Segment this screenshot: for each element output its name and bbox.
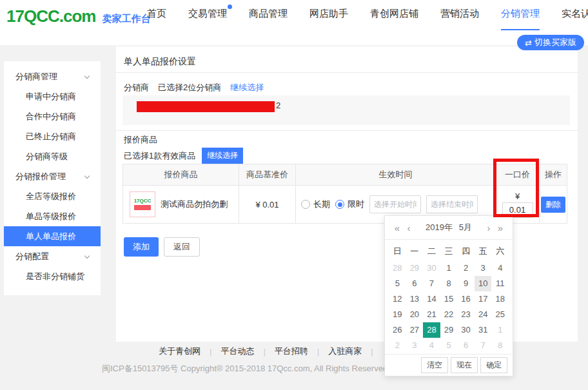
continue-select-goods-button[interactable]: 继续选择 xyxy=(202,148,243,164)
calendar-day[interactable]: 20 xyxy=(406,307,424,322)
switch-buyer-version-button[interactable]: ⇄ 切换买家版 xyxy=(517,35,584,50)
calendar-day[interactable]: 29 xyxy=(406,260,424,276)
footer-link[interactable]: 关于青创网 xyxy=(159,346,201,357)
calendar-day[interactable]: 30 xyxy=(423,260,440,276)
calendar-day[interactable]: 2 xyxy=(389,338,406,353)
add-button[interactable]: 添加 xyxy=(124,237,159,257)
nav-item-distribution-management[interactable]: 分销管理 xyxy=(501,6,540,23)
calendar-day[interactable]: 27 xyxy=(406,322,424,338)
date-picker-header: « ‹ 2019年 5月 › » xyxy=(385,216,513,240)
prev-month-icon[interactable]: ‹ xyxy=(403,222,415,233)
nav-item-real-name-auth[interactable]: 实名认证 xyxy=(562,6,588,23)
calendar-day[interactable]: 4 xyxy=(423,338,440,353)
calendar-year[interactable]: 2019年 xyxy=(426,222,453,232)
calendar-day[interactable]: 2 xyxy=(457,260,475,276)
confirm-button[interactable]: 确定 xyxy=(480,357,507,373)
sidebar-item-distribution-config[interactable]: 分销配置 xyxy=(4,246,101,266)
calendar-week-row: 2345678 xyxy=(389,338,509,353)
calendar-day[interactable]: 30 xyxy=(457,322,475,338)
calendar-day[interactable]: 8 xyxy=(491,338,509,353)
calendar-day[interactable]: 22 xyxy=(440,307,458,322)
calendar-day[interactable]: 1 xyxy=(440,260,458,276)
calendar-day[interactable]: 25 xyxy=(491,307,509,322)
top-nav: 首页交易管理商品管理网店助手青创网店铺营销活动分销管理实名认证账户中心NEW xyxy=(147,6,588,23)
calendar-day[interactable]: 9 xyxy=(457,276,475,291)
start-time-input[interactable] xyxy=(369,195,421,213)
calendar-day[interactable]: 3 xyxy=(406,338,424,353)
calendar-day[interactable]: 6 xyxy=(457,338,475,353)
site-logo[interactable]: 17QCC.com xyxy=(6,6,95,26)
sidebar-item-terminated-distributors[interactable]: 已终止分销商 xyxy=(4,126,101,146)
continue-select-distributor-link[interactable]: 继续选择 xyxy=(230,82,264,93)
calendar-day[interactable]: 12 xyxy=(389,291,406,307)
radio-checked-icon[interactable] xyxy=(335,200,344,209)
delete-button[interactable]: 删除 xyxy=(541,197,565,213)
sidebar-item-label: 分销报价管理 xyxy=(15,171,66,181)
radio-unchecked-icon[interactable] xyxy=(301,200,310,209)
calendar-day[interactable]: 24 xyxy=(475,307,492,322)
clear-button[interactable]: 清空 xyxy=(421,357,448,373)
calendar-day[interactable]: 8 xyxy=(440,276,458,291)
sidebar-item-cooperating-distributors[interactable]: 合作中分销商 xyxy=(4,106,101,126)
calendar-day[interactable]: 14 xyxy=(423,291,440,307)
sidebar-item-applying-distributors[interactable]: 申请中分销商 xyxy=(4,86,101,106)
calendar-day[interactable]: 5 xyxy=(389,276,406,291)
calendar-day[interactable]: 29 xyxy=(440,322,458,338)
calendar-week-row: 2627282930311 xyxy=(389,322,509,338)
sidebar-item-single-user-item-quote[interactable]: 单人单品报价 xyxy=(4,226,101,246)
calendar-month[interactable]: 5月 xyxy=(459,222,472,232)
calendar-day[interactable]: 21 xyxy=(423,307,440,322)
footer-links: 关于青创网|平台动态|平台招聘|入驻商家| xyxy=(159,346,382,357)
calendar-day[interactable]: 6 xyxy=(406,276,424,291)
calendar-day[interactable]: 16 xyxy=(457,291,475,307)
calendar-day[interactable]: 13 xyxy=(406,291,424,307)
calendar-day[interactable]: 19 xyxy=(389,307,406,322)
back-button[interactable]: 返回 xyxy=(164,237,200,257)
longterm-radio-option[interactable]: 长期 xyxy=(301,199,330,210)
sidebar-item-non-distribution-stocking[interactable]: 是否非分销铺货 xyxy=(4,266,101,286)
calendar-day[interactable]: 5 xyxy=(440,338,458,353)
calendar-day-selected[interactable]: 28 xyxy=(423,322,440,338)
next-month-icon[interactable]: › xyxy=(483,222,495,233)
calendar-day[interactable]: 3 xyxy=(475,260,492,276)
sidebar-item-item-level-quote[interactable]: 单品等级报价 xyxy=(4,206,101,226)
calendar-week-row: 12131415161718 xyxy=(389,291,509,307)
nav-item-home[interactable]: 首页 xyxy=(147,6,166,23)
calendar-day[interactable]: 15 xyxy=(440,291,458,307)
sidebar-item-label: 申请中分销商 xyxy=(26,92,76,101)
calendar-day[interactable]: 17 xyxy=(475,291,492,307)
calendar-day[interactable]: 11 xyxy=(491,276,509,291)
limited-time-radio-option[interactable]: 限时 xyxy=(335,199,364,210)
calendar-day[interactable]: 31 xyxy=(475,322,492,338)
calendar-day[interactable]: 18 xyxy=(491,291,509,307)
longterm-radio-label: 长期 xyxy=(313,199,330,210)
calendar-day[interactable]: 1 xyxy=(491,322,509,338)
sidebar-item-quote-management[interactable]: 分销报价管理 xyxy=(4,166,101,186)
sidebar-item-store-level-quote[interactable]: 全店等级报价 xyxy=(4,186,101,206)
nav-item-goods-management[interactable]: 商品管理 xyxy=(249,6,288,23)
calendar-day[interactable]: 7 xyxy=(475,338,492,353)
weekday-label: 五 xyxy=(475,244,492,259)
nav-item-trade-management[interactable]: 交易管理 xyxy=(188,6,227,23)
next-year-icon[interactable]: » xyxy=(495,222,506,233)
nav-item-qingchuang-shop[interactable]: 青创网店铺 xyxy=(370,6,418,23)
calendar-day[interactable]: 23 xyxy=(457,307,475,322)
base-price-cell: ¥ 0.01 xyxy=(239,186,296,223)
table-header-cell: 操作 xyxy=(540,164,567,185)
calendar-day[interactable]: 7 xyxy=(423,276,440,291)
end-time-input[interactable] xyxy=(426,195,478,213)
sidebar-item-distributor-management[interactable]: 分销商管理 xyxy=(4,66,101,86)
calendar-day-today[interactable]: 10 xyxy=(475,276,492,291)
now-button[interactable]: 现在 xyxy=(451,357,478,373)
product-name: 测试商品勿拍勿删 xyxy=(161,199,228,210)
nav-item-marketing[interactable]: 营销活动 xyxy=(440,6,479,23)
footer-link[interactable]: 入驻商家 xyxy=(328,346,362,357)
footer-link[interactable]: 平台动态 xyxy=(220,346,254,357)
nav-item-shop-assistant[interactable]: 网店助手 xyxy=(309,6,348,23)
sidebar-item-distributor-levels[interactable]: 分销商等级 xyxy=(4,146,101,166)
calendar-day[interactable]: 4 xyxy=(491,260,509,276)
calendar-day[interactable]: 26 xyxy=(389,322,406,338)
calendar-day[interactable]: 28 xyxy=(389,260,406,276)
prev-year-icon[interactable]: « xyxy=(391,222,403,233)
footer-link[interactable]: 平台招聘 xyxy=(275,346,308,357)
